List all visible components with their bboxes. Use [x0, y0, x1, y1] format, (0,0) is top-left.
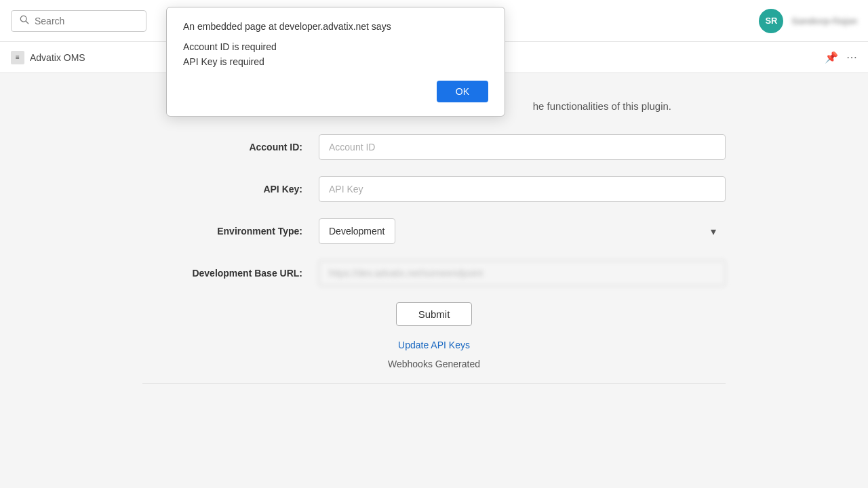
dialog-overlay: An embedded page at developer.advatix.ne…	[0, 0, 868, 488]
dialog-message-1: Account ID is required	[183, 41, 488, 52]
dialog-ok-button[interactable]: OK	[437, 81, 488, 102]
alert-dialog: An embedded page at developer.advatix.ne…	[166, 7, 505, 117]
dialog-title: An embedded page at developer.advatix.ne…	[183, 21, 488, 32]
dialog-message-2: API Key is required	[183, 56, 488, 67]
dialog-footer: OK	[183, 81, 488, 102]
